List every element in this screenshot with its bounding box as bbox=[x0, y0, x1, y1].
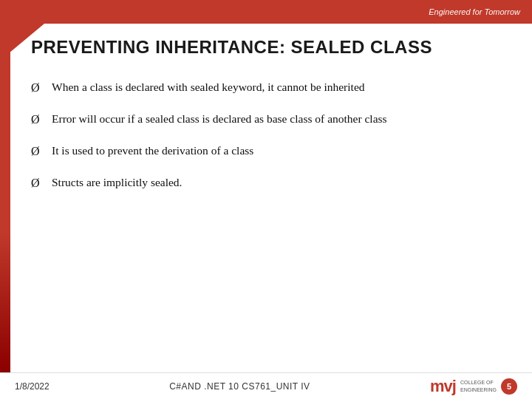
list-item: Ø Error will occur if a sealed class is … bbox=[31, 110, 508, 129]
main-content: PREVENTING INHERITANCE: SEALED CLASS Ø W… bbox=[10, 24, 532, 372]
header-bar: Engineered for Tomorrow bbox=[0, 0, 532, 24]
bullet-list: Ø When a class is declared with sealed k… bbox=[31, 78, 508, 192]
bullet-text-2: Error will occur if a sealed class is de… bbox=[52, 110, 508, 127]
footer-date: 1/8/2022 bbox=[15, 381, 50, 392]
footer-course: C#AND .NET 10 CS761_UNIT IV bbox=[169, 381, 310, 392]
list-item: Ø It is used to prevent the derivation o… bbox=[31, 142, 508, 160]
list-item: Ø Structs are implicitly sealed. bbox=[31, 174, 508, 192]
bullet-symbol-1: Ø bbox=[31, 79, 52, 97]
bullet-text-3: It is used to prevent the derivation of … bbox=[52, 142, 508, 159]
bullet-text-1: When a class is declared with sealed key… bbox=[52, 78, 508, 95]
mvj-logo-text: mvj bbox=[430, 377, 456, 396]
college-text: COLLEGE OF ENGINEERING bbox=[460, 379, 497, 392]
header-tagline: Engineered for Tomorrow bbox=[429, 7, 520, 16]
bullet-text-4: Structs are implicitly sealed. bbox=[52, 174, 508, 191]
list-item: Ø When a class is declared with sealed k… bbox=[31, 78, 508, 97]
footer: 1/8/2022 C#AND .NET 10 CS761_UNIT IV mvj… bbox=[0, 372, 532, 399]
footer-logo: mvj COLLEGE OF ENGINEERING 5 bbox=[430, 377, 517, 396]
page-number: 5 bbox=[501, 378, 517, 395]
left-accent-bar bbox=[0, 24, 10, 372]
bullet-symbol-2: Ø bbox=[31, 111, 52, 129]
slide-title: PREVENTING INHERITANCE: SEALED CLASS bbox=[31, 37, 508, 58]
bullet-symbol-4: Ø bbox=[31, 174, 52, 192]
bullet-symbol-3: Ø bbox=[31, 143, 52, 160]
